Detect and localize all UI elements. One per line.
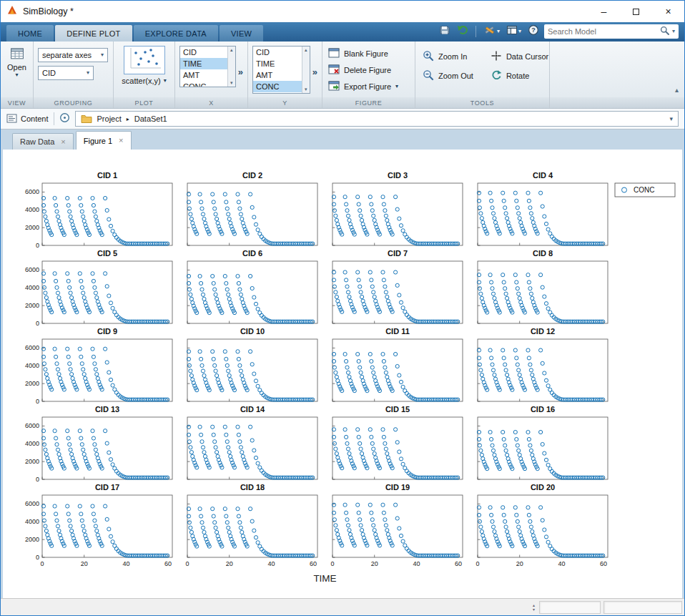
subplot[interactable]: CID 130200040006000 [25,405,172,483]
x-tick-label: 60 [600,560,607,567]
subplot[interactable]: CID 180204060 [185,483,317,567]
subplot-title: CID 10 [240,327,265,336]
tab-define-plot[interactable]: DEFINE PLOT [55,25,132,41]
close-button[interactable]: × [652,1,684,22]
undo-button[interactable] [455,24,470,39]
y-tick-label: 4000 [25,362,39,369]
subplot[interactable]: CID 10200040006000 [25,171,172,249]
close-tab-icon[interactable]: × [119,137,123,145]
y-tick-label: 6000 [25,266,39,273]
subplot[interactable]: CID 15 [332,405,463,479]
breadcrumb-project[interactable]: Project [97,114,122,123]
subplot-title: CID 5 [97,249,117,258]
zoom-in-button[interactable]: Zoom In [423,49,473,64]
section-label-plot: PLOT [114,97,174,108]
breadcrumb-dropdown-icon[interactable]: ▾ [669,116,673,122]
y-tick-label: 6000 [25,500,39,507]
subplot-title: CID 12 [531,327,555,336]
listbox-scrollbar[interactable]: ▴ ▾ [227,47,235,87]
subplot-title: CID 7 [388,249,408,258]
save-button[interactable] [438,24,452,39]
subplot[interactable]: CID 190204060 [330,483,463,567]
tab-raw-data[interactable]: Raw Data × [12,133,74,150]
content-button[interactable]: Content [6,114,49,124]
subplot[interactable]: CID 7 [332,249,463,323]
section-figure: Blank Figure Delete Figure Export Figure… [322,41,415,108]
x-expand-button[interactable]: » [238,67,243,77]
tab-home[interactable]: HOME [6,25,54,41]
subplot[interactable]: CID 8 [477,249,608,323]
maximize-button[interactable] [620,1,652,22]
target-button[interactable] [59,112,70,126]
section-filler [550,41,684,108]
collapse-ribbon-button[interactable]: ▴ [675,86,679,94]
subplot[interactable]: CID 3 [332,171,463,245]
open-button[interactable]: Open ▾ [5,46,29,97]
subplot[interactable]: CID 10 [187,327,317,401]
minimize-icon: – [601,6,607,17]
subplot[interactable]: CID 6 [187,249,317,323]
blank-figure-button[interactable]: Blank Figure [328,46,410,61]
subplot[interactable]: CID 50200040006000 [25,249,172,327]
undo-icon [457,24,468,39]
subplot[interactable]: CID 2 [187,171,317,245]
export-figure-button[interactable]: Export Figure ▾ [328,79,410,94]
plot-type-dropdown[interactable]: scatter(x,y) ▾ [122,77,166,85]
subplot[interactable]: CID 200204060 [475,483,608,567]
help-button[interactable]: ? [526,24,541,39]
path-bar: Content Project ▸ DataSet1 ▾ [1,109,684,129]
caret-down-icon: ▾ [518,29,521,34]
caret-down-icon: ▾ [164,78,167,84]
zoom-out-button[interactable]: Zoom Out [423,68,473,83]
y-expand-button[interactable]: » [312,67,317,77]
search-input[interactable] [548,27,657,36]
y-variable-listbox: CIDTIMEAMTCONC ▴ ▾ [252,46,310,94]
blank-figure-label: Blank Figure [344,49,388,58]
x-variable-listbox: CIDTIMEAMTCONC ▴ ▾ [179,46,236,87]
scroll-up-icon[interactable]: ▴ [230,47,233,53]
x-tick-label: 0 [475,560,479,567]
group-by-dropdown[interactable]: CID ▾ [38,66,94,80]
tab-view[interactable]: VIEW [220,25,263,41]
scroll-up-icon[interactable]: ▴ [305,47,307,53]
listbox-scrollbar[interactable]: ▴ ▾ [302,47,310,93]
layout-button[interactable]: ▾ [505,24,523,39]
section-y: CIDTIMEAMTCONC ▴ ▾ » Y [248,41,322,108]
axes-mode-value: separate axes [42,51,92,59]
ribbon-tab-bar: HOME DEFINE PLOT EXPLORE DATA VIEW ▾ ▾ ? [1,22,684,41]
subplot[interactable]: CID 12 [477,327,608,401]
y-tick-label: 4000 [25,284,39,291]
data-cursor-button[interactable]: Data Cursor [491,49,548,64]
breadcrumb-dataset[interactable]: DataSet1 [134,114,167,123]
zoom-out-label: Zoom Out [438,72,473,80]
subplot[interactable]: CID 90200040006000 [25,327,172,405]
tab-figure-1[interactable]: Figure 1 × [76,131,132,150]
y-tick-label: 0 [36,320,39,327]
x-tick-label: 20 [371,560,378,567]
delete-figure-button[interactable]: Delete Figure [328,62,410,77]
search-icon[interactable] [660,25,669,38]
subplot-title: CID 15 [385,405,410,414]
rotate-button[interactable]: Rotate [491,68,548,83]
subplot-title: CID 6 [242,249,262,258]
subplot[interactable]: CID 11 [332,327,463,401]
subplot[interactable]: CID 4 [477,171,608,245]
minimize-button[interactable]: – [588,1,620,22]
axes-mode-dropdown[interactable]: separate axes ▾ [38,48,108,62]
subplot[interactable]: CID 14 [187,405,317,479]
delete-figure-icon [328,64,340,76]
y-tick-label: 0 [36,554,39,561]
splitter-button[interactable]: ▴ ▾ [531,603,536,612]
search-scope-caret-icon[interactable]: ▾ [672,29,675,34]
tools-button[interactable]: ▾ [482,24,501,39]
section-tools: Zoom In Zoom Out Data Cursor Rotate [415,41,550,108]
window-title: SimBiology * [23,6,588,16]
subplot[interactable]: CID 16 [477,405,608,479]
scatter-gallery-item[interactable] [124,46,165,74]
close-tab-icon[interactable]: × [61,138,65,146]
figure[interactable]: CID 10200040006000CID 2CID 3CID 4CID 502… [3,150,679,592]
tab-explore-data[interactable]: EXPLORE DATA [134,25,218,41]
scroll-down-icon[interactable]: ▾ [230,80,233,86]
scroll-down-icon[interactable]: ▾ [305,87,307,92]
subplot[interactable]: CID 1702000400060000204060 [25,483,172,567]
